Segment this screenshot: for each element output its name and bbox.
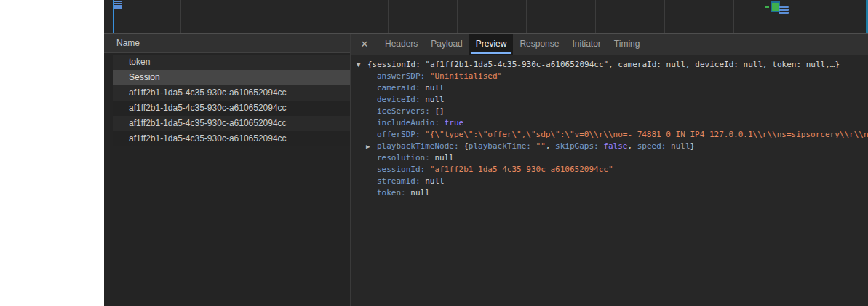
tab-initiator[interactable]: Initiator <box>565 34 607 55</box>
waterfall-cluster-icon <box>765 1 791 15</box>
devtools-window: Name tokenSessionaf1ff2b1-1da5-4c35-930c… <box>104 0 868 306</box>
json-tree-line: ▶playbackTimeNode: {playbackTime: "", sk… <box>351 141 868 152</box>
network-request-row[interactable]: af1ff2b1-1da5-4c35-930c-a610652094cc <box>113 131 350 146</box>
json-tree-line: iceServers: [] <box>351 106 868 117</box>
timeline-gridline <box>733 0 734 33</box>
json-token-plain: null <box>421 176 445 186</box>
timeline-gridline <box>388 0 389 33</box>
network-request-row[interactable]: af1ff2b1-1da5-4c35-930c-a610652094cc <box>113 116 350 131</box>
timeline-gridline <box>180 0 181 33</box>
timeline-gridline <box>595 0 596 33</box>
expander-icon[interactable]: ▼ <box>357 59 367 71</box>
json-token-key: cameraId: <box>377 83 421 93</box>
json-token-key: iceServers: <box>377 106 430 116</box>
name-column-header[interactable]: Name <box>104 34 350 53</box>
timeline-gridline <box>250 0 250 33</box>
json-token-key: deviceId: <box>377 95 421 104</box>
json-tree-line: offerSDP: "{\"type\":\"offer\",\"sdp\":\… <box>351 129 868 141</box>
network-overview[interactable] <box>104 0 868 34</box>
network-request-table: Name tokenSessionaf1ff2b1-1da5-4c35-930c… <box>104 34 351 306</box>
json-tree-line: includeAudio: true <box>351 117 868 129</box>
network-request-row[interactable]: Session <box>113 70 350 85</box>
json-tree-line: streamId: null <box>351 176 868 187</box>
tab-timing[interactable]: Timing <box>608 34 647 55</box>
expander-icon[interactable]: ▶ <box>366 141 377 152</box>
json-token-key: answerSDP: <box>377 71 425 81</box>
json-token-bool: false <box>603 141 627 151</box>
json-token-nullp: null <box>671 141 690 151</box>
json-token-bool: true <box>445 118 464 128</box>
json-token-key: skipGaps: <box>555 141 599 151</box>
json-token-str: "af1ff2b1-1da5-4c35-930c-a610652094cc" <box>430 165 613 174</box>
close-detail-button[interactable]: ✕ <box>351 34 378 55</box>
json-token-key: playbackTime: <box>469 141 531 151</box>
json-token-plain: , <box>627 141 637 151</box>
json-tree-line: sessionId: "af1ff2b1-1da5-4c35-930c-a610… <box>351 164 868 176</box>
close-icon: ✕ <box>361 39 369 50</box>
timeline-gridline <box>526 0 527 33</box>
json-token-plain: null <box>406 188 430 197</box>
json-token-key: playbackTimeNode: <box>377 141 459 151</box>
detail-tabs: HeadersPayloadPreviewResponseInitiatorTi… <box>378 34 646 55</box>
request-rows: tokenSessionaf1ff2b1-1da5-4c35-930c-a610… <box>113 53 350 146</box>
requests-cluster-icon <box>114 1 122 9</box>
json-token-plain: , <box>546 141 555 151</box>
json-token-key: resolution: <box>377 153 430 162</box>
json-token-plain: null <box>421 83 445 93</box>
json-token-key: speed: <box>637 141 666 151</box>
json-token-key: sessionId: <box>377 165 425 174</box>
json-token-plain <box>531 141 536 151</box>
json-token-plain <box>425 71 430 81</box>
json-tree-line: deviceId: null <box>351 94 868 106</box>
tab-headers[interactable]: Headers <box>378 34 424 55</box>
tab-response[interactable]: Response <box>513 34 565 55</box>
json-token-str: "{\"type\":\"offer\",\"sdp\":\"v=0\\r\\n… <box>425 130 868 139</box>
network-request-row[interactable]: af1ff2b1-1da5-4c35-930c-a610652094cc <box>113 101 350 116</box>
json-token-plain: [] <box>430 106 445 116</box>
json-token-plain: { <box>459 141 469 151</box>
timeline-gridline <box>457 0 458 33</box>
tab-payload[interactable]: Payload <box>424 34 469 55</box>
waterfall-green-dash-icon <box>765 6 769 8</box>
json-token-str: "Uninitialised" <box>430 71 502 81</box>
json-token-plain: null <box>430 153 454 162</box>
json-token-plain <box>425 165 430 174</box>
detail-tabs-bar: ✕ HeadersPayloadPreviewResponseInitiator… <box>351 34 868 55</box>
json-tree-line: ▼{sessionId: "af1ff2b1-1da5-4c35-930c-a6… <box>351 59 868 71</box>
json-token-key: token: <box>377 188 406 197</box>
json-token-key: offerSDP: <box>377 130 421 139</box>
json-tree-line: answerSDP: "Uninitialised" <box>351 71 868 82</box>
json-preview-tree[interactable]: ▼{sessionId: "af1ff2b1-1da5-4c35-930c-a6… <box>351 55 868 306</box>
json-token-plain <box>439 118 445 128</box>
json-token-key: includeAudio: <box>377 118 439 128</box>
timeline-gridline <box>664 0 665 33</box>
json-tree-line: token: null <box>351 187 868 199</box>
json-token-plain: {sessionId: "af1ff2b1-1da5-4c35-930c-a61… <box>367 60 840 69</box>
json-tree-line: cameraId: null <box>351 82 868 94</box>
network-request-row[interactable]: af1ff2b1-1da5-4c35-930c-a610652094cc <box>113 85 350 101</box>
json-token-key: streamId: <box>377 176 421 186</box>
json-token-plain: null <box>421 95 445 104</box>
waterfall-blue-bars-icon <box>779 6 789 15</box>
timeline-gridline <box>319 0 319 33</box>
json-tree-line: resolution: null <box>351 152 868 164</box>
tab-preview[interactable]: Preview <box>469 34 514 55</box>
json-token-str: "" <box>536 141 546 151</box>
json-token-plain: } <box>690 141 696 151</box>
timeline-gridline <box>803 0 803 33</box>
network-request-row[interactable]: token <box>113 55 350 70</box>
request-detail-panel: ✕ HeadersPayloadPreviewResponseInitiator… <box>351 34 868 306</box>
